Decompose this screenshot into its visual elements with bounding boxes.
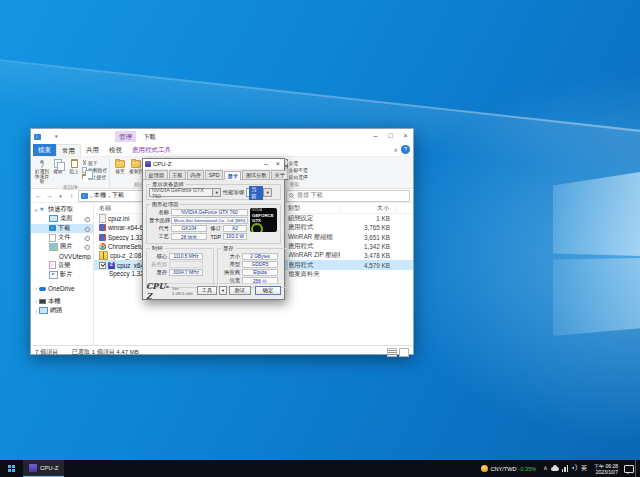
- breadcrumb-downloads[interactable]: 下載: [112, 191, 124, 200]
- ribbon-collapse-chevron-icon[interactable]: ∧: [394, 146, 398, 153]
- back-button[interactable]: ←: [34, 192, 43, 199]
- copy-to-icon: [131, 160, 141, 168]
- column-header-type[interactable]: 類型: [286, 204, 340, 212]
- cpuz-close-button[interactable]: ×: [272, 159, 284, 169]
- cpuz-tab-4[interactable]: 显卡: [224, 171, 241, 180]
- cpuz-window: CPU-Z – × 处理器主板内存SPD显卡测试分数关于 显示设备选择 NVID…: [142, 158, 285, 300]
- sidebar-item-pictures[interactable]: 圖片: [31, 242, 93, 251]
- ribbon-tab-home[interactable]: 常用: [56, 144, 81, 156]
- breadcrumb-this-pc[interactable]: 本機: [94, 191, 106, 200]
- taskbar-clock[interactable]: 下午 06:28 2023/10/7: [590, 460, 622, 477]
- cpuz-tab-3[interactable]: SPD: [205, 170, 223, 179]
- ribbon-tab-file[interactable]: 檔案: [33, 144, 56, 156]
- paste-button[interactable]: 貼上: [66, 158, 82, 174]
- cpuz-tab-6[interactable]: 关于: [271, 170, 288, 179]
- view-thumbnails-icon[interactable]: [399, 348, 409, 357]
- minimize-button[interactable]: –: [368, 129, 383, 144]
- view-details-icon[interactable]: [387, 348, 397, 357]
- explorer-titlebar[interactable]: ▾ 管理 下載 – □ ×: [31, 129, 413, 144]
- wallpaper-window-pane-lower: [553, 258, 640, 336]
- ribbon-tab-manage-tools[interactable]: 應用程式工具: [127, 144, 176, 156]
- window-downloads-icon: [34, 134, 41, 140]
- taskbar-app-cpuz[interactable]: CPU-Z: [23, 460, 64, 477]
- paste-shortcut-button[interactable]: 貼上捷徑: [82, 173, 107, 180]
- gpu-board-field: Micro-Star International Co., Ltd. [MSI]: [171, 217, 248, 224]
- window-controls: – □ ×: [368, 129, 413, 144]
- help-icon[interactable]: ?: [401, 145, 410, 154]
- recent-locations-chevron-icon[interactable]: ▾: [56, 193, 65, 199]
- checkbox-checked-icon[interactable]: [99, 262, 106, 269]
- sidebar-item-documents[interactable]: 文件: [31, 233, 93, 242]
- cpuz-taskbar-icon: [29, 464, 37, 472]
- pc-icon: [39, 299, 46, 304]
- cpuz-tab-1[interactable]: 主板: [169, 170, 186, 179]
- sidebar-item-network[interactable]: ›網路: [31, 306, 93, 315]
- up-button[interactable]: ↑: [67, 192, 76, 199]
- cpuz-tab-2[interactable]: 内存: [187, 170, 204, 179]
- pin-to-quick-access-button[interactable]: 釘選到快速存取: [34, 158, 50, 184]
- cpuz-minimize-button[interactable]: –: [260, 159, 272, 169]
- sidebar-item-label: 文件: [58, 233, 71, 242]
- sidebar-item-desktop[interactable]: 桌面: [31, 214, 93, 223]
- qat-folder-icon[interactable]: [44, 134, 52, 139]
- sidebar-item-quick-access[interactable]: ∨快速存取: [31, 205, 93, 214]
- pin-icon: [84, 216, 91, 223]
- context-tab-badge[interactable]: 管理: [115, 131, 136, 142]
- copy-path-button[interactable]: 複製路徑: [82, 166, 107, 173]
- sidebar-item-videos[interactable]: 影片: [31, 270, 93, 279]
- core-clock-field: 1110.5 MHz: [169, 253, 203, 260]
- action-center-button[interactable]: [622, 460, 635, 477]
- volume-icon[interactable]: [571, 465, 578, 472]
- ime-language-badge[interactable]: 英: [581, 464, 587, 473]
- currency-change: -0.35%: [519, 466, 537, 472]
- show-desktop-button[interactable]: [635, 460, 640, 477]
- copy-button[interactable]: 複製: [50, 158, 66, 174]
- cpuz-titlebar[interactable]: CPU-Z – ×: [143, 159, 284, 169]
- pin-icon: [84, 244, 91, 251]
- validate-button[interactable]: 验证: [229, 286, 251, 295]
- cpuz-logo: CPU-Z: [146, 281, 170, 301]
- maximize-button[interactable]: □: [383, 129, 398, 144]
- shader-clock-field: [169, 261, 203, 268]
- network-icon[interactable]: [562, 465, 568, 472]
- quick-access-toolbar: ▾: [34, 132, 58, 141]
- forward-button[interactable]: →: [45, 192, 54, 199]
- sidebar-item-label: 網路: [50, 306, 63, 315]
- folder-file-icon: [99, 272, 107, 277]
- start-button[interactable]: [0, 460, 22, 477]
- search-input[interactable]: 搜尋 下載: [286, 190, 410, 202]
- sidebar-item-this-pc[interactable]: ›本機: [31, 297, 93, 306]
- cpuz-tab-0[interactable]: 处理器: [145, 170, 168, 179]
- network-icon: [39, 307, 48, 314]
- sidebar-item-ovvutemp[interactable]: OVVUtemp: [31, 251, 93, 260]
- onedrive-cloud-icon[interactable]: [551, 467, 559, 471]
- tools-dropdown-button[interactable]: ▼: [219, 286, 227, 295]
- star-icon: [39, 207, 46, 213]
- sidebar-item-music[interactable]: 音樂: [31, 261, 93, 270]
- tools-button[interactable]: 工具: [197, 286, 217, 295]
- search-icon: [289, 193, 295, 199]
- desktop: ▾ 管理 下載 – □ × 檔案常用共用檢視應用程式工具 ∧ ?: [0, 0, 640, 477]
- cpuz-file-icon: [108, 262, 115, 269]
- ribbon-tab-share[interactable]: 共用: [81, 144, 104, 156]
- memory-clock-field: 3004.7 MHz: [169, 269, 203, 276]
- qat-customize-chevron-icon[interactable]: ▾: [55, 132, 58, 141]
- currency-ticker-widget[interactable]: CNY/TWD -0.35%: [477, 460, 540, 477]
- ribbon-tab-view[interactable]: 檢視: [104, 144, 127, 156]
- perf-level-select[interactable]: 当前▼: [246, 188, 272, 197]
- sidebar-item-downloads[interactable]: 下載: [31, 224, 93, 233]
- tray-overflow-chevron-icon[interactable]: ∧: [543, 460, 547, 477]
- display-device-select[interactable]: NVIDIA GeForce GTX 760▼: [149, 188, 221, 197]
- wallpaper-window-pane-upper: [553, 172, 640, 256]
- sidebar-item-label: 快速存取: [48, 205, 73, 214]
- sidebar-item-label: 音樂: [58, 261, 71, 270]
- move-to-icon: [115, 160, 125, 168]
- sidebar-item-onedrive[interactable]: ›OneDrive: [31, 283, 93, 292]
- memory-size-field: 2 GBytes: [242, 253, 278, 260]
- ok-button[interactable]: 确定: [255, 286, 281, 295]
- cpuz-tab-5[interactable]: 测试分数: [242, 170, 270, 179]
- close-button[interactable]: ×: [398, 129, 413, 144]
- move-to-button[interactable]: 移至: [112, 158, 128, 174]
- cut-button[interactable]: 剪下: [82, 159, 107, 166]
- column-header-size[interactable]: 大小: [340, 204, 396, 212]
